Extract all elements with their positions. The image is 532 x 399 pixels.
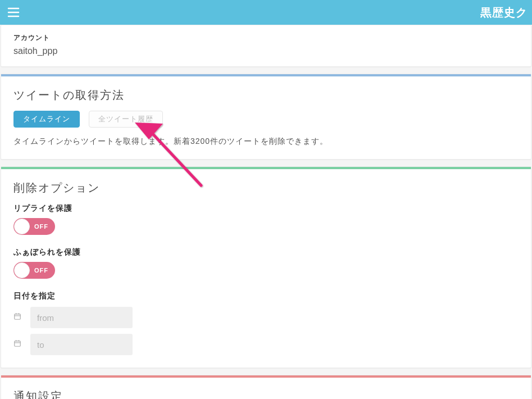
date-from-input[interactable] — [30, 307, 133, 328]
fetch-method-card: ツイートの取得方法 タイムライン 全ツイート履歴 タイムラインからツイートを取得… — [1, 74, 531, 160]
calendar-icon — [13, 312, 22, 323]
notification-card: 通知設定 — [1, 375, 531, 399]
toggle-state: OFF — [34, 267, 48, 274]
toggle-state: OFF — [34, 223, 48, 230]
toggle-knob — [14, 219, 30, 234]
svg-rect-7 — [15, 341, 21, 346]
date-to-input[interactable] — [30, 334, 133, 355]
toggle-knob — [14, 262, 30, 278]
date-label: 日付を指定 — [13, 291, 519, 301]
app-title: 黒歴史ク — [480, 5, 528, 20]
protect-faves-label: ふぁぼられを保護 — [13, 247, 519, 257]
account-card: アカウント saitoh_ppp — [1, 25, 531, 67]
top-bar: 黒歴史ク — [0, 0, 532, 25]
fetch-section-title: ツイートの取得方法 — [13, 88, 519, 103]
notify-section-title: 通知設定 — [13, 389, 519, 399]
delete-section-title: 削除オプション — [13, 180, 519, 196]
delete-options-card: 削除オプション リプライを保護 OFF ふぁぼられを保護 OFF 日付を指定 — [1, 166, 531, 368]
protect-replies-toggle[interactable]: OFF — [13, 218, 55, 235]
fetch-helper: タイムラインからツイートを取得します。新着3200件のツイートを削除できます。 — [13, 137, 519, 147]
date-range-block: 日付を指定 — [13, 291, 519, 355]
protect-faves-block: ふぁぼられを保護 OFF — [13, 247, 519, 279]
svg-rect-3 — [15, 314, 21, 319]
calendar-icon — [13, 339, 22, 350]
account-username: saitoh_ppp — [13, 46, 519, 56]
fetch-tabs: タイムライン 全ツイート履歴 — [13, 111, 519, 128]
tab-archive[interactable]: 全ツイート履歴 — [89, 111, 163, 128]
protect-faves-toggle[interactable]: OFF — [13, 262, 55, 279]
menu-icon[interactable] — [6, 4, 21, 20]
date-to-row — [13, 334, 519, 355]
tab-timeline[interactable]: タイムライン — [13, 111, 80, 128]
date-from-row — [13, 307, 519, 328]
protect-replies-block: リプライを保護 OFF — [13, 203, 519, 235]
account-label: アカウント — [13, 33, 519, 43]
protect-replies-label: リプライを保護 — [13, 203, 519, 214]
